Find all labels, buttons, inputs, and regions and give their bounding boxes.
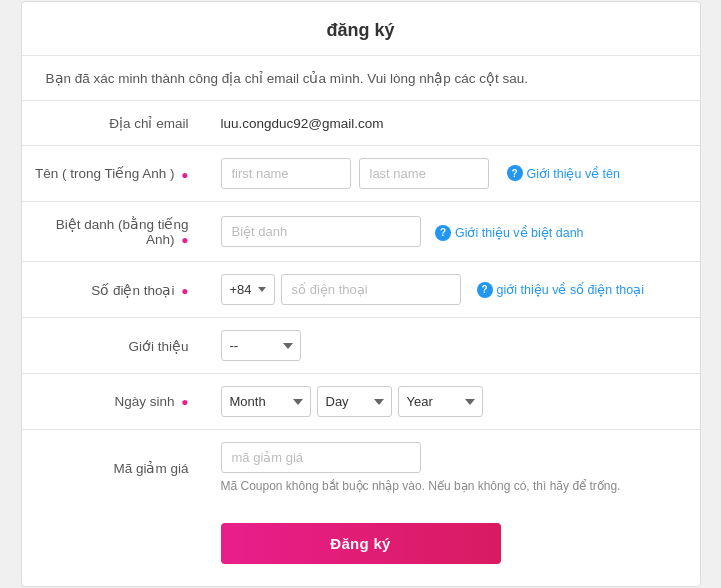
dob-required-icon: ● [181, 395, 188, 409]
nickname-input[interactable] [221, 216, 421, 247]
month-select[interactable]: Month 12 34 56 78 910 1112 [221, 386, 311, 417]
name-label: Tên ( trong Tiếng Anh ) ● [22, 145, 207, 201]
gender-row: Giới thiệu -- Nam Nữ Khác [22, 318, 700, 374]
discount-note: Mã Coupon không bắt buộc nhập vào. Nếu b… [221, 479, 686, 493]
info-message: Bạn đã xác minh thành công địa chỉ email… [22, 56, 700, 101]
page-title: đăng ký [22, 2, 700, 56]
discount-input-cell: Mã Coupon không bắt buộc nhập vào. Nếu b… [207, 430, 700, 506]
day-select[interactable]: Day [317, 386, 392, 417]
first-name-input[interactable] [221, 158, 351, 189]
phone-number-input[interactable] [281, 274, 461, 305]
registration-form-container: đăng ký Bạn đã xác minh thành công địa c… [21, 1, 701, 587]
gender-label: Giới thiệu [22, 318, 207, 374]
phone-country-selector[interactable]: +84 [221, 274, 275, 305]
dob-row: Ngày sinh ● Month 12 34 56 78 910 1112 D [22, 374, 700, 430]
email-value-cell: luu.congduc92@gmail.com [207, 101, 700, 146]
dob-input-cell: Month 12 34 56 78 910 1112 Day Year [207, 374, 700, 430]
gender-select[interactable]: -- Nam Nữ Khác [221, 330, 301, 361]
nickname-help-link[interactable]: ? Giới thiệu về biệt danh [435, 225, 584, 241]
nickname-input-cell: ? Giới thiệu về biệt danh [207, 201, 700, 261]
phone-label: Số điện thoại ● [22, 262, 207, 318]
submit-area: Đăng ký [22, 505, 700, 586]
name-help-link[interactable]: ? Giới thiệu về tên [507, 165, 620, 181]
dob-row-group: Month 12 34 56 78 910 1112 Day Year [221, 386, 686, 417]
year-select[interactable]: Year [398, 386, 483, 417]
last-name-input[interactable] [359, 158, 489, 189]
nickname-required-icon: ● [181, 233, 188, 247]
phone-country-chevron [258, 287, 266, 292]
name-row: Tên ( trong Tiếng Anh ) ● ? Giới thiệu v… [22, 145, 700, 201]
email-row: Địa chỉ email luu.congduc92@gmail.com [22, 101, 700, 146]
phone-country-code: +84 [230, 282, 252, 297]
form-table: Địa chỉ email luu.congduc92@gmail.com Tê… [22, 101, 700, 505]
name-input-cell: ? Giới thiệu về tên [207, 145, 700, 201]
phone-help-link[interactable]: ? giới thiệu về số điện thoại [477, 282, 644, 298]
discount-input[interactable] [221, 442, 421, 473]
submit-button[interactable]: Đăng ký [221, 523, 501, 564]
phone-input-cell: +84 ? giới thiệu về số điện thoại [207, 262, 700, 318]
name-required-icon: ● [181, 168, 188, 182]
nickname-row: Biệt danh (bằng tiếng Anh) ● ? Giới thiệ… [22, 201, 700, 261]
nickname-label: Biệt danh (bằng tiếng Anh) ● [22, 201, 207, 261]
discount-row: Mã giảm giá Mã Coupon không bắt buộc nhậ… [22, 430, 700, 506]
nickname-help-icon: ? [435, 225, 451, 241]
phone-help-icon: ? [477, 282, 493, 298]
name-help-icon: ? [507, 165, 523, 181]
discount-label: Mã giảm giá [22, 430, 207, 506]
email-value: luu.congduc92@gmail.com [221, 116, 384, 131]
dob-label: Ngày sinh ● [22, 374, 207, 430]
name-inputs-group: ? Giới thiệu về tên [221, 158, 686, 189]
phone-row-group: +84 ? giới thiệu về số điện thoại [221, 274, 686, 305]
gender-input-cell: -- Nam Nữ Khác [207, 318, 700, 374]
phone-row: Số điện thoại ● +84 ? giới thiệu về số đ… [22, 262, 700, 318]
email-label: Địa chỉ email [22, 101, 207, 146]
phone-required-icon: ● [181, 284, 188, 298]
